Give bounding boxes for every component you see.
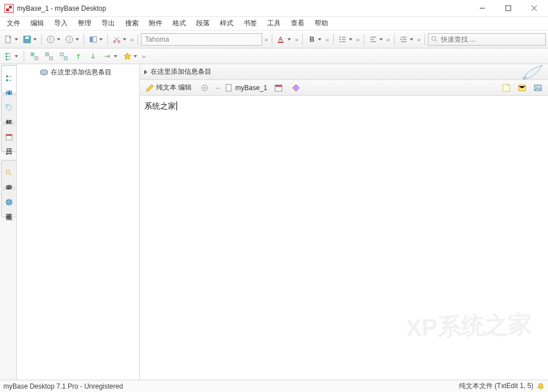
note-button[interactable] <box>500 82 513 94</box>
menu-bookmark[interactable]: 书签 <box>239 17 262 30</box>
side-tab-calendar[interactable]: 日历 <box>1 124 16 152</box>
attach-button[interactable] <box>515 82 529 94</box>
calendar-button[interactable] <box>272 82 287 94</box>
text-cursor <box>176 101 177 110</box>
image-button[interactable] <box>531 82 545 94</box>
svg-rect-30 <box>6 135 12 136</box>
svg-point-35 <box>204 87 206 88</box>
menu-tools[interactable]: 工具 <box>263 17 285 30</box>
tree-toggle-button[interactable] <box>2 50 20 63</box>
layout-button[interactable] <box>87 33 104 46</box>
status-left: myBase Desktop 7.1 Pro - Unregistered <box>3 382 123 390</box>
overflow-icon[interactable]: » <box>129 36 135 43</box>
sync-button[interactable] <box>198 82 213 94</box>
save-button[interactable] <box>21 33 38 46</box>
font-select[interactable]: Tahoma <box>141 33 262 46</box>
collapse-button[interactable] <box>43 50 55 63</box>
doc-button[interactable]: myBase_1 <box>222 82 269 94</box>
doc-name: myBase_1 <box>235 84 267 92</box>
overflow-icon[interactable]: » <box>416 36 422 43</box>
forward-button[interactable] <box>63 33 81 46</box>
bell-icon[interactable] <box>537 382 545 390</box>
overflow-icon[interactable]: » <box>355 36 361 43</box>
triangle-icon <box>144 70 147 74</box>
side-tabs: 大纲 标签 日历 搜索 概要 <box>0 64 17 380</box>
tag-button[interactable] <box>289 82 304 94</box>
goto-button[interactable] <box>101 50 119 63</box>
edit-mode-button[interactable]: 纯文本 编辑 <box>143 82 196 94</box>
diamond-icon <box>291 83 300 92</box>
back-button[interactable] <box>45 33 62 46</box>
mode-bar: 纯文本 编辑 -- myBase_1 <box>140 80 548 96</box>
svg-rect-25 <box>64 57 67 60</box>
menu-view[interactable]: 查看 <box>286 17 309 30</box>
menu-export[interactable]: 导出 <box>97 17 120 30</box>
tree-toolbar: » <box>0 48 548 64</box>
watermark: XP系统之家 <box>395 292 543 359</box>
svg-rect-21 <box>35 57 38 60</box>
svg-rect-6 <box>90 37 92 42</box>
main-toolbar: » Tahoma » A » B » » » » <box>0 30 548 48</box>
calendar-icon <box>5 133 13 141</box>
menu-edit[interactable]: 编辑 <box>26 17 48 30</box>
globe-icon <box>5 198 13 206</box>
menu-style[interactable]: 样式 <box>215 17 238 30</box>
window-close-button[interactable] <box>521 0 547 17</box>
favorite-button[interactable] <box>121 50 139 63</box>
svg-point-5 <box>66 36 73 43</box>
image-icon <box>533 83 542 92</box>
side-tab-search[interactable]: 搜索 <box>1 160 16 188</box>
editor-content: 系统之家 <box>144 101 176 110</box>
status-right: 纯文本文件 (TxtEdit 1, 5) <box>459 381 533 391</box>
editor-body[interactable]: 系统之家 XP系统之家 <box>140 96 548 380</box>
svg-rect-26 <box>6 75 8 78</box>
new-button[interactable] <box>2 33 20 46</box>
menu-import[interactable]: 导入 <box>50 17 72 30</box>
side-tab-overview[interactable]: 概要 <box>1 189 16 217</box>
window-minimize-button[interactable] <box>469 0 495 17</box>
svg-rect-0 <box>506 6 511 11</box>
window-maximize-button[interactable] <box>495 0 521 17</box>
expand-button[interactable] <box>28 50 41 63</box>
side-tab-outline[interactable]: 大纲 <box>1 65 16 93</box>
svg-rect-17 <box>6 53 7 55</box>
menu-attach[interactable]: 附件 <box>144 17 167 30</box>
note-icon <box>502 83 511 92</box>
overflow-icon[interactable]: » <box>141 53 147 60</box>
svg-rect-27 <box>6 79 8 82</box>
quick-search-box[interactable] <box>428 33 546 46</box>
svg-text:B: B <box>310 35 315 43</box>
font-color-button[interactable]: A <box>275 33 293 46</box>
menu-help[interactable]: 帮助 <box>310 17 333 30</box>
side-tab-tags[interactable]: 标签 <box>1 95 16 123</box>
menu-format[interactable]: 格式 <box>168 17 191 30</box>
svg-rect-39 <box>503 84 510 91</box>
breadcrumb-label[interactable]: 在这里添加信息条目 <box>151 67 211 77</box>
app-icon <box>5 4 14 13</box>
move-down-button[interactable] <box>87 50 99 63</box>
svg-point-16 <box>432 36 436 40</box>
svg-point-28 <box>7 106 8 107</box>
menu-file[interactable]: 文件 <box>2 17 25 30</box>
statusbar: myBase Desktop 7.1 Pro - Unregistered 纯文… <box>0 380 548 392</box>
overflow-icon[interactable]: » <box>386 36 391 43</box>
menu-organize[interactable]: 整理 <box>73 17 96 30</box>
overflow-icon[interactable]: » <box>263 36 269 43</box>
menu-paragraph[interactable]: 段落 <box>192 17 214 30</box>
svg-text:A: A <box>279 35 283 42</box>
move-up-button[interactable] <box>72 50 85 63</box>
overflow-icon[interactable]: » <box>294 36 299 43</box>
indent-button[interactable] <box>397 33 415 46</box>
bold-button[interactable]: B <box>306 33 323 46</box>
overflow-icon[interactable]: » <box>324 36 330 43</box>
cut-button[interactable] <box>111 33 128 46</box>
list-button[interactable] <box>337 33 354 46</box>
menu-search[interactable]: 搜索 <box>121 17 143 30</box>
refresh-tree-button[interactable] <box>58 50 70 63</box>
tree-pane: 在这里添加信息条目 <box>17 64 140 380</box>
outline-icon <box>5 74 13 82</box>
align-button[interactable] <box>367 33 385 46</box>
svg-rect-11 <box>278 42 284 43</box>
tree-item[interactable]: 在这里添加信息条目 <box>17 66 139 78</box>
quick-search-input[interactable] <box>441 35 543 43</box>
